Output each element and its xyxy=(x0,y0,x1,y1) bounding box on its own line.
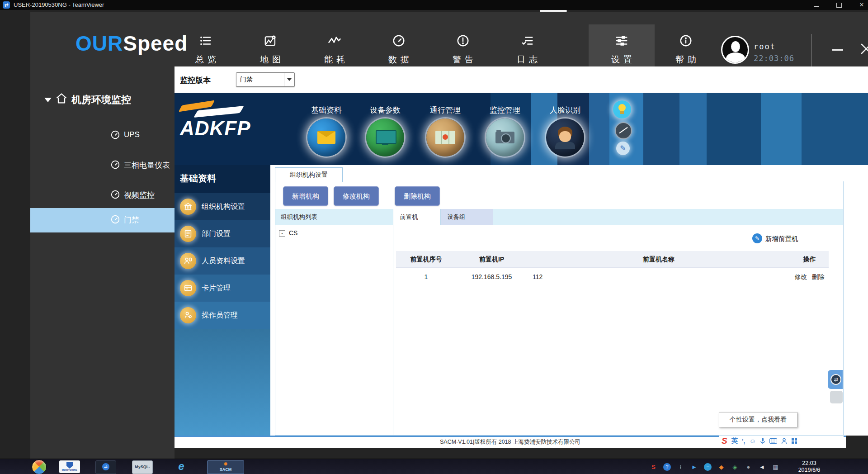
tray-sogou-icon[interactable]: S xyxy=(650,463,657,471)
taskbar-monitoring-app[interactable]: MONITORING xyxy=(59,460,80,473)
keyboard-icon[interactable] xyxy=(769,438,777,444)
sidebar-item-access-control[interactable]: 门禁 xyxy=(30,208,175,232)
side-dock-tab-secondary[interactable] xyxy=(830,391,843,403)
start-button[interactable] xyxy=(32,460,47,474)
tray-updater-icon[interactable]: ► xyxy=(690,463,698,471)
table-header-row: 前置机序号 前置机IP 前置机名称 操作 xyxy=(396,251,829,268)
tab-org-settings[interactable]: 组织机构设置 xyxy=(275,167,343,182)
tree-node-label: CS xyxy=(289,229,297,237)
tree-expander-icon[interactable]: - xyxy=(279,230,285,237)
logo-text-secondary: Speed xyxy=(123,32,188,55)
tab-device-group[interactable]: 设备组 xyxy=(441,209,493,225)
taskbar-mysql-app[interactable]: MySQL. xyxy=(132,460,153,474)
app-close-button[interactable] xyxy=(854,38,868,59)
delete-org-button[interactable]: 删除机构 xyxy=(395,186,440,206)
sub-item-personnel[interactable]: 人员资料设置 xyxy=(175,247,270,275)
sidebar-item-ups[interactable]: UPS xyxy=(30,123,175,148)
tv-maximize-button[interactable] xyxy=(831,0,847,10)
sidebar-item-three-phase-meter[interactable]: 三相电量仪表 xyxy=(30,153,175,178)
pencil-icon[interactable]: ✎ xyxy=(616,142,630,155)
tray-help-icon[interactable]: ? xyxy=(663,463,671,471)
tray-security-icon[interactable]: ◈ xyxy=(731,463,739,471)
app-minimize-button[interactable] xyxy=(827,40,848,58)
module-face-recognition[interactable]: 人脸识别 xyxy=(538,105,592,156)
org-toolbar: 新增机构 修改机构 删除机构 xyxy=(275,181,843,209)
window-title: USER-20190530NG - TeamViewer xyxy=(14,1,104,8)
emoji-icon[interactable]: ☺ xyxy=(749,437,755,445)
module-basic-data[interactable]: 基础资料 xyxy=(299,105,354,156)
module-label: 监控管理 xyxy=(490,106,520,114)
module-label: 设备参数 xyxy=(370,106,401,114)
sidebar-item-video-monitoring[interactable]: 视频监控 xyxy=(30,183,175,208)
panel-splitter[interactable] xyxy=(393,209,393,435)
gauge-icon xyxy=(392,34,406,47)
content-panel: 新增机构 修改机构 删除机构 组织机构列表 - CS 前置机 设备组 ✎ 新增前… xyxy=(275,181,844,436)
org-bank-icon xyxy=(180,199,196,215)
sub-item-card-management[interactable]: 卡片管理 xyxy=(175,275,270,302)
alert-icon xyxy=(456,34,470,47)
triangle-down-icon xyxy=(287,78,292,81)
sub-item-org-settings[interactable]: 组织机构设置 xyxy=(175,193,270,220)
add-org-button[interactable]: 新增机构 xyxy=(283,186,328,206)
monitoring-label: MONITORING xyxy=(59,469,80,471)
tray-settings-icon[interactable]: ⁞ xyxy=(677,463,684,471)
ime-toolbar[interactable]: S 英 ’, ☺ xyxy=(719,436,844,446)
left-sidebar: 机房环境监控 UPS 三相电量仪表 视频监控 门禁 xyxy=(30,66,175,459)
sub-item-department[interactable]: 部门设置 xyxy=(175,220,270,247)
module-access-management[interactable]: 通行管理 xyxy=(418,105,472,156)
sub-item-operator-management[interactable]: 操作员管理 xyxy=(175,302,270,329)
taskbar-ie-app[interactable]: e xyxy=(172,460,191,473)
tv-minimize-button[interactable] xyxy=(808,0,825,10)
personalize-tooltip[interactable]: 个性设置，点我看看 xyxy=(719,412,797,427)
version-select[interactable]: 门禁 xyxy=(236,72,295,87)
tray-download-icon[interactable]: ◆ xyxy=(717,463,725,471)
version-label: 监控版本 xyxy=(180,75,211,85)
row-edit-link[interactable]: 修改 xyxy=(795,273,807,280)
banner-stripe xyxy=(761,93,802,165)
pencil-circle-icon: ✎ xyxy=(752,233,762,243)
nav-label: 警告 xyxy=(438,54,488,66)
sub-sidebar-title: 基础资料 xyxy=(180,172,216,185)
row-delete-link[interactable]: 删除 xyxy=(812,273,825,280)
bulb-icon[interactable] xyxy=(613,100,631,118)
card-icon xyxy=(180,280,196,296)
sidebar-group-label: 机房环境监控 xyxy=(71,93,131,107)
org-tree-title: 组织机构列表 xyxy=(281,213,317,221)
tray-messenger-icon[interactable]: − xyxy=(704,463,712,471)
banner-stripe xyxy=(707,93,761,165)
nav-label: 能耗 xyxy=(310,54,359,66)
taskbar-teamviewer-app[interactable]: ⇄ xyxy=(95,460,116,474)
side-dock-tab[interactable]: ⇄ xyxy=(828,370,843,389)
sidebar-item-label: 三相电量仪表 xyxy=(124,160,170,171)
mic-icon[interactable] xyxy=(760,437,765,445)
user-avatar[interactable] xyxy=(721,36,749,64)
person-icon[interactable] xyxy=(781,438,787,444)
ime-lang-toggle[interactable]: 英 xyxy=(731,437,738,445)
taskbar-sacm-app[interactable]: ✹ SACM xyxy=(207,460,244,474)
cell-seq: 1 xyxy=(396,268,456,286)
tv-close-button[interactable]: ✕ xyxy=(854,0,868,10)
sidebar-group[interactable]: 机房环境监控 xyxy=(30,92,175,110)
tray-network-icon[interactable]: ▦ xyxy=(772,463,779,471)
camera-icon xyxy=(486,118,524,156)
col-header-ip: 前置机IP xyxy=(456,251,527,268)
toolbox-grid-icon[interactable] xyxy=(791,438,797,444)
sacm-starburst-icon: ✹ xyxy=(208,461,244,467)
module-label: 基础资料 xyxy=(311,106,342,114)
sub-item-label: 人员资料设置 xyxy=(202,256,245,266)
tray-device-icon[interactable]: ● xyxy=(745,463,752,471)
sogou-logo-icon[interactable]: S xyxy=(722,436,727,446)
col-header-name: 前置机名称 xyxy=(527,251,790,268)
compass-icon[interactable] xyxy=(615,122,632,139)
tray-volume-icon[interactable]: ◄ xyxy=(758,463,766,471)
banner-stripe xyxy=(679,93,707,165)
close-icon xyxy=(854,38,868,59)
edit-org-button[interactable]: 修改机构 xyxy=(334,186,379,206)
tab-front-machine[interactable]: 前置机 xyxy=(393,209,441,225)
module-monitoring-management[interactable]: 监控管理 xyxy=(478,105,532,156)
triangle-down-icon xyxy=(44,98,52,102)
mysql-label: MySQL. xyxy=(135,465,150,469)
module-device-params[interactable]: 设备参数 xyxy=(358,105,412,156)
ime-punct-toggle[interactable]: ’, xyxy=(742,437,745,445)
taskbar-clock[interactable]: 22:03 2019/6/6 xyxy=(790,460,828,474)
